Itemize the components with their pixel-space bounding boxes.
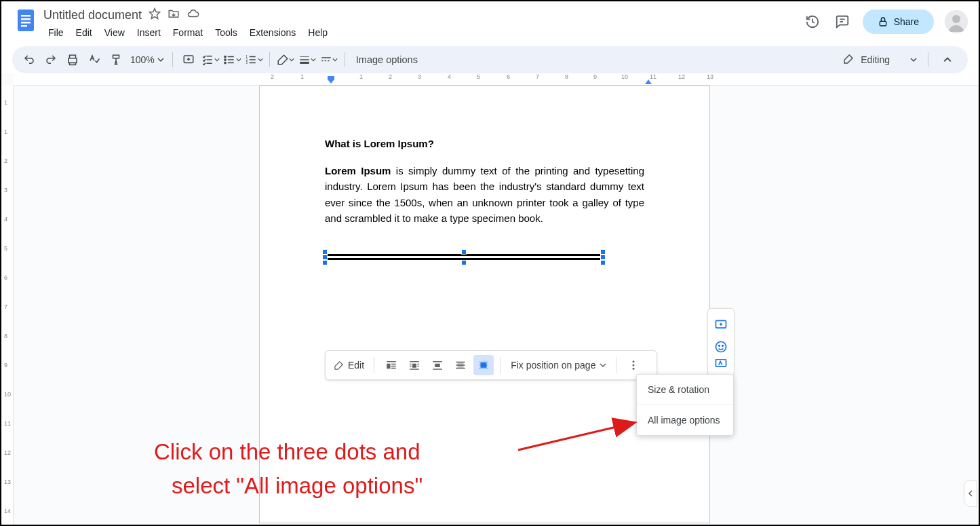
break-text-button[interactable] (427, 355, 448, 375)
resize-handle[interactable] (600, 260, 606, 265)
checklist-button[interactable] (200, 50, 220, 70)
menu-view[interactable]: View (100, 24, 130, 41)
resize-handle[interactable] (322, 249, 328, 255)
behind-text-button[interactable] (450, 355, 471, 375)
comments-icon[interactable] (833, 12, 852, 31)
document-title[interactable]: Untitled document (43, 8, 142, 22)
ruler-tick: 3 (418, 73, 421, 80)
horizontal-ruler[interactable]: 2 1 1 2 3 4 5 6 7 8 9 10 11 12 13 (14, 73, 979, 86)
svg-rect-0 (18, 10, 34, 31)
star-icon[interactable] (149, 7, 161, 22)
resize-handle[interactable] (600, 249, 606, 255)
undo-button[interactable] (19, 50, 39, 70)
annotation-line: Click on the three dots and (154, 435, 423, 469)
border-color-button[interactable] (275, 50, 296, 70)
fix-position-button[interactable]: Fix position on page (508, 360, 609, 371)
wrap-inline-button[interactable] (381, 355, 401, 375)
share-button[interactable]: Share (863, 10, 934, 34)
resize-handle[interactable] (461, 249, 467, 255)
chevron-down-icon (600, 362, 606, 369)
menu-format[interactable]: Format (168, 24, 208, 41)
svg-rect-41 (456, 362, 465, 363)
pencil-icon (843, 54, 854, 67)
more-options-dropdown: Size & rotation All image options (636, 374, 734, 436)
menu-bar: File Edit View Insert Format Tools Exten… (43, 24, 332, 41)
image-float-toolbar: Edit Fix position on page (325, 350, 657, 380)
numbered-list-button[interactable]: 123 (243, 50, 264, 70)
add-comment-button[interactable] (178, 50, 199, 70)
redo-button[interactable] (41, 50, 61, 70)
toolbar: 100% 123 Image options Editing (12, 46, 968, 73)
history-icon[interactable] (803, 12, 822, 31)
svg-rect-29 (391, 368, 396, 369)
svg-rect-30 (410, 361, 419, 362)
zoom-select[interactable]: 100% (128, 54, 167, 65)
ruler-tick: 8 (565, 73, 568, 80)
menu-edit[interactable]: Edit (71, 24, 97, 41)
zoom-value: 100% (130, 54, 155, 65)
wrap-text-button[interactable] (404, 355, 425, 375)
svg-point-11 (224, 62, 226, 63)
vertical-ruler[interactable]: 1123456789101112131415 (1, 86, 14, 526)
svg-rect-47 (481, 362, 487, 368)
avatar[interactable] (945, 10, 968, 33)
svg-rect-43 (456, 368, 465, 369)
ruler-tick: 7 (536, 73, 539, 80)
menu-file[interactable]: File (43, 24, 68, 41)
resize-handle[interactable] (322, 255, 328, 260)
svg-rect-4 (21, 25, 27, 27)
resize-handle[interactable] (600, 255, 606, 260)
svg-rect-32 (410, 364, 411, 365)
workspace: 2 1 1 2 3 4 5 6 7 8 9 10 11 12 13 112345… (1, 73, 979, 526)
border-weight-button[interactable] (297, 50, 317, 70)
svg-rect-36 (410, 369, 419, 370)
indent-marker-right[interactable] (644, 79, 652, 85)
border-dash-button[interactable] (319, 50, 339, 70)
menu-all-image-options[interactable]: All image options (637, 405, 733, 435)
docs-logo[interactable] (12, 7, 39, 34)
move-icon[interactable] (168, 7, 180, 22)
svg-rect-3 (21, 22, 31, 24)
ruler-tick: 2 (271, 73, 274, 80)
svg-point-7 (952, 15, 960, 23)
ruler-tick: 5 (477, 73, 480, 80)
menu-help[interactable]: Help (303, 24, 332, 41)
edit-label: Edit (348, 360, 364, 371)
resize-handle[interactable] (461, 260, 467, 265)
resize-handle[interactable] (322, 260, 328, 265)
paint-format-button[interactable] (106, 50, 126, 70)
svg-rect-39 (433, 369, 442, 370)
svg-rect-26 (387, 364, 390, 369)
spellcheck-button[interactable] (84, 50, 104, 70)
svg-point-48 (633, 360, 635, 362)
edit-image-button[interactable]: Edit (331, 360, 367, 371)
emoji-icon[interactable] (711, 337, 730, 356)
image-options-button[interactable]: Image options (351, 54, 423, 65)
chevron-up-icon[interactable] (939, 52, 956, 68)
infront-text-button[interactable] (473, 355, 494, 375)
show-side-panel-button[interactable] (964, 480, 977, 507)
annotation-line: select "All image options" (154, 469, 423, 503)
chevron-down-icon[interactable] (910, 54, 917, 65)
more-options-button[interactable] (623, 355, 644, 375)
lock-icon (878, 16, 888, 27)
share-label: Share (894, 16, 919, 27)
menu-size-rotation[interactable]: Size & rotation (637, 375, 733, 405)
indent-marker-left[interactable] (327, 75, 335, 85)
svg-text:3: 3 (246, 61, 248, 64)
print-button[interactable] (62, 50, 83, 70)
ruler-tick: 6 (507, 73, 510, 80)
cloud-icon[interactable] (187, 7, 200, 22)
suggest-icon[interactable] (711, 359, 730, 369)
menu-extensions[interactable]: Extensions (245, 24, 300, 41)
title-icons (149, 7, 200, 22)
menu-tools[interactable]: Tools (210, 24, 242, 41)
menu-insert[interactable]: Insert (132, 24, 165, 41)
ruler-tick: 9 (593, 73, 597, 80)
add-comment-icon[interactable] (711, 316, 730, 335)
ruler-tick: 2 (389, 73, 392, 80)
svg-point-21 (716, 342, 726, 352)
editing-mode-label[interactable]: Editing (861, 54, 890, 65)
selected-image[interactable] (325, 252, 603, 263)
bulleted-list-button[interactable] (222, 50, 242, 70)
